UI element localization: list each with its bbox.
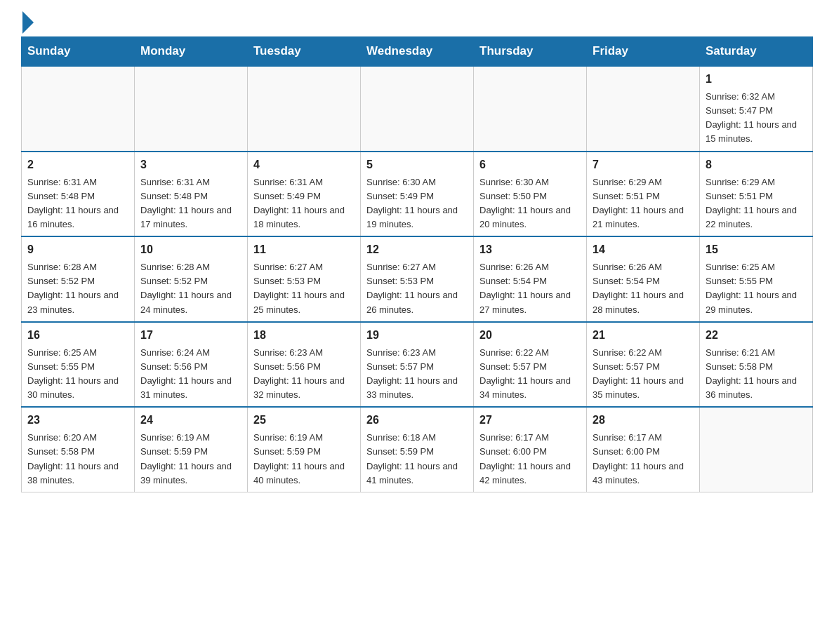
day-number: 16 <box>27 327 128 344</box>
calendar-week-row: 1Sunrise: 6:32 AMSunset: 5:47 PMDaylight… <box>22 66 813 152</box>
calendar-cell: 1Sunrise: 6:32 AMSunset: 5:47 PMDaylight… <box>700 66 813 152</box>
calendar-header-wednesday: Wednesday <box>361 37 474 67</box>
day-number: 2 <box>27 156 128 173</box>
calendar-cell: 24Sunrise: 6:19 AMSunset: 5:59 PMDayligh… <box>135 407 248 492</box>
calendar-week-row: 23Sunrise: 6:20 AMSunset: 5:58 PMDayligh… <box>22 407 813 492</box>
day-number: 19 <box>366 327 468 344</box>
calendar-cell: 11Sunrise: 6:27 AMSunset: 5:53 PMDayligh… <box>248 236 361 322</box>
day-info: Sunrise: 6:31 AMSunset: 5:48 PMDaylight:… <box>140 175 241 232</box>
calendar-cell: 17Sunrise: 6:24 AMSunset: 5:56 PMDayligh… <box>135 322 248 408</box>
day-info: Sunrise: 6:26 AMSunset: 5:54 PMDaylight:… <box>593 260 694 317</box>
day-info: Sunrise: 6:19 AMSunset: 5:59 PMDaylight:… <box>140 431 241 488</box>
day-number: 18 <box>253 327 355 344</box>
day-info: Sunrise: 6:23 AMSunset: 5:57 PMDaylight:… <box>366 346 468 403</box>
calendar-week-row: 9Sunrise: 6:28 AMSunset: 5:52 PMDaylight… <box>22 236 813 322</box>
calendar-cell: 27Sunrise: 6:17 AMSunset: 6:00 PMDayligh… <box>474 407 587 492</box>
calendar-cell: 14Sunrise: 6:26 AMSunset: 5:54 PMDayligh… <box>587 236 700 322</box>
day-number: 7 <box>593 156 694 173</box>
calendar-header-row: SundayMondayTuesdayWednesdayThursdayFrid… <box>22 37 813 67</box>
calendar-cell <box>135 66 248 152</box>
day-info: Sunrise: 6:29 AMSunset: 5:51 PMDaylight:… <box>593 175 694 232</box>
day-number: 12 <box>366 241 468 258</box>
calendar-cell <box>248 66 361 152</box>
day-info: Sunrise: 6:25 AMSunset: 5:55 PMDaylight:… <box>706 260 807 317</box>
logo-arrow-icon <box>22 11 34 34</box>
calendar-cell: 18Sunrise: 6:23 AMSunset: 5:56 PMDayligh… <box>248 322 361 408</box>
calendar-cell: 16Sunrise: 6:25 AMSunset: 5:55 PMDayligh… <box>22 322 135 408</box>
logo <box>21 14 34 29</box>
calendar-cell: 9Sunrise: 6:28 AMSunset: 5:52 PMDaylight… <box>22 236 135 322</box>
day-number: 13 <box>479 241 581 258</box>
day-info: Sunrise: 6:30 AMSunset: 5:50 PMDaylight:… <box>479 175 581 232</box>
calendar-cell: 2Sunrise: 6:31 AMSunset: 5:48 PMDaylight… <box>22 152 135 237</box>
day-info: Sunrise: 6:31 AMSunset: 5:48 PMDaylight:… <box>27 175 128 232</box>
calendar-cell: 5Sunrise: 6:30 AMSunset: 5:49 PMDaylight… <box>361 152 474 237</box>
calendar-cell: 23Sunrise: 6:20 AMSunset: 5:58 PMDayligh… <box>22 407 135 492</box>
day-number: 28 <box>593 412 694 429</box>
calendar-cell: 21Sunrise: 6:22 AMSunset: 5:57 PMDayligh… <box>587 322 700 408</box>
calendar-cell: 7Sunrise: 6:29 AMSunset: 5:51 PMDaylight… <box>587 152 700 237</box>
day-number: 8 <box>706 156 807 173</box>
calendar-cell: 15Sunrise: 6:25 AMSunset: 5:55 PMDayligh… <box>700 236 813 322</box>
day-info: Sunrise: 6:32 AMSunset: 5:47 PMDaylight:… <box>706 90 807 147</box>
calendar-cell: 22Sunrise: 6:21 AMSunset: 5:58 PMDayligh… <box>700 322 813 408</box>
day-info: Sunrise: 6:20 AMSunset: 5:58 PMDaylight:… <box>27 431 128 488</box>
day-number: 1 <box>706 71 807 88</box>
calendar-header-thursday: Thursday <box>474 37 587 67</box>
day-number: 23 <box>27 412 128 429</box>
day-number: 21 <box>593 327 694 344</box>
calendar-week-row: 2Sunrise: 6:31 AMSunset: 5:48 PMDaylight… <box>22 152 813 237</box>
calendar-cell <box>700 407 813 492</box>
calendar-cell: 28Sunrise: 6:17 AMSunset: 6:00 PMDayligh… <box>587 407 700 492</box>
calendar-week-row: 16Sunrise: 6:25 AMSunset: 5:55 PMDayligh… <box>22 322 813 408</box>
day-number: 14 <box>593 241 694 258</box>
calendar-table: SundayMondayTuesdayWednesdayThursdayFrid… <box>21 36 813 492</box>
calendar-cell: 26Sunrise: 6:18 AMSunset: 5:59 PMDayligh… <box>361 407 474 492</box>
day-info: Sunrise: 6:22 AMSunset: 5:57 PMDaylight:… <box>479 346 581 403</box>
calendar-cell <box>22 66 135 152</box>
calendar-header-monday: Monday <box>135 37 248 67</box>
day-number: 25 <box>253 412 355 429</box>
day-number: 20 <box>479 327 581 344</box>
calendar-cell <box>361 66 474 152</box>
day-info: Sunrise: 6:19 AMSunset: 5:59 PMDaylight:… <box>253 431 355 488</box>
day-info: Sunrise: 6:21 AMSunset: 5:58 PMDaylight:… <box>706 346 807 403</box>
calendar-cell: 8Sunrise: 6:29 AMSunset: 5:51 PMDaylight… <box>700 152 813 237</box>
page-header <box>21 14 813 29</box>
calendar-cell: 19Sunrise: 6:23 AMSunset: 5:57 PMDayligh… <box>361 322 474 408</box>
day-number: 9 <box>27 241 128 258</box>
day-info: Sunrise: 6:30 AMSunset: 5:49 PMDaylight:… <box>366 175 468 232</box>
day-info: Sunrise: 6:23 AMSunset: 5:56 PMDaylight:… <box>253 346 355 403</box>
calendar-cell: 10Sunrise: 6:28 AMSunset: 5:52 PMDayligh… <box>135 236 248 322</box>
calendar-header-friday: Friday <box>587 37 700 67</box>
day-info: Sunrise: 6:28 AMSunset: 5:52 PMDaylight:… <box>140 260 241 317</box>
day-info: Sunrise: 6:28 AMSunset: 5:52 PMDaylight:… <box>27 260 128 317</box>
day-info: Sunrise: 6:29 AMSunset: 5:51 PMDaylight:… <box>706 175 807 232</box>
day-number: 5 <box>366 156 468 173</box>
calendar-cell <box>474 66 587 152</box>
calendar-cell: 12Sunrise: 6:27 AMSunset: 5:53 PMDayligh… <box>361 236 474 322</box>
day-info: Sunrise: 6:25 AMSunset: 5:55 PMDaylight:… <box>27 346 128 403</box>
day-number: 3 <box>140 156 241 173</box>
day-info: Sunrise: 6:27 AMSunset: 5:53 PMDaylight:… <box>366 260 468 317</box>
day-number: 4 <box>253 156 355 173</box>
day-number: 6 <box>479 156 581 173</box>
day-number: 10 <box>140 241 241 258</box>
calendar-header-tuesday: Tuesday <box>248 37 361 67</box>
day-info: Sunrise: 6:18 AMSunset: 5:59 PMDaylight:… <box>366 431 468 488</box>
day-number: 24 <box>140 412 241 429</box>
calendar-cell: 20Sunrise: 6:22 AMSunset: 5:57 PMDayligh… <box>474 322 587 408</box>
day-number: 11 <box>253 241 355 258</box>
calendar-header-saturday: Saturday <box>700 37 813 67</box>
calendar-cell: 13Sunrise: 6:26 AMSunset: 5:54 PMDayligh… <box>474 236 587 322</box>
calendar-cell: 25Sunrise: 6:19 AMSunset: 5:59 PMDayligh… <box>248 407 361 492</box>
day-number: 22 <box>706 327 807 344</box>
day-number: 15 <box>706 241 807 258</box>
calendar-cell: 3Sunrise: 6:31 AMSunset: 5:48 PMDaylight… <box>135 152 248 237</box>
day-number: 26 <box>366 412 468 429</box>
calendar-header-sunday: Sunday <box>22 37 135 67</box>
day-number: 27 <box>479 412 581 429</box>
calendar-cell: 6Sunrise: 6:30 AMSunset: 5:50 PMDaylight… <box>474 152 587 237</box>
day-info: Sunrise: 6:31 AMSunset: 5:49 PMDaylight:… <box>253 175 355 232</box>
day-info: Sunrise: 6:26 AMSunset: 5:54 PMDaylight:… <box>479 260 581 317</box>
